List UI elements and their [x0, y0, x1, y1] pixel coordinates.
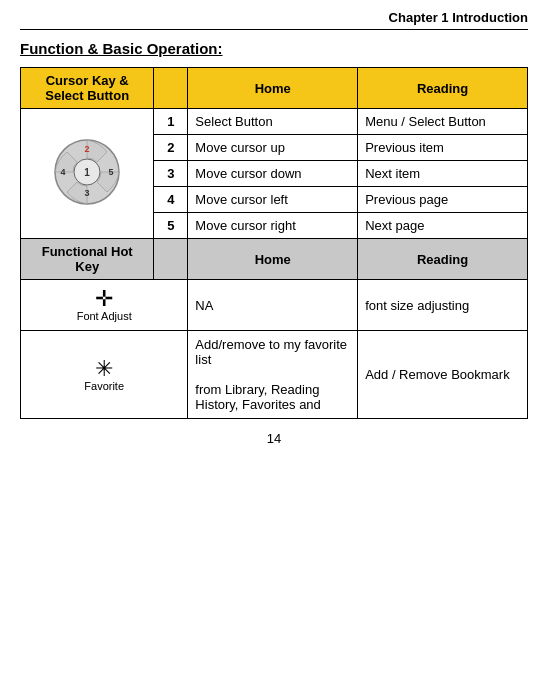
- favorite-icon: ✳: [26, 358, 182, 380]
- row1-reading: Menu / Select Button: [358, 109, 528, 135]
- row5-reading: Next page: [358, 213, 528, 239]
- header-col1: Cursor Kay & Select Button: [21, 68, 154, 109]
- svg-text:4: 4: [61, 167, 66, 177]
- font-adjust-icon: ✛: [26, 288, 182, 310]
- font-adjust-icon-cell: ✛ Font Adjust: [21, 280, 188, 331]
- row1-num: 1: [154, 109, 188, 135]
- row1-home: Select Button: [188, 109, 358, 135]
- row5-num: 5: [154, 213, 188, 239]
- section2-header-num: [154, 239, 188, 280]
- table-row: 2 3 4 5 1 1 Select Button Menu / Select …: [21, 109, 528, 135]
- section2-header-col3: Reading: [358, 239, 528, 280]
- svg-text:2: 2: [85, 144, 90, 154]
- favorite-icon-cell: ✳ Favorite: [21, 331, 188, 419]
- section2-header-col1: Functional Hot Key: [21, 239, 154, 280]
- svg-text:5: 5: [109, 167, 114, 177]
- row2-num: 2: [154, 135, 188, 161]
- svg-text:1: 1: [84, 167, 90, 178]
- svg-text:3: 3: [85, 188, 90, 198]
- row3-reading: Next item: [358, 161, 528, 187]
- font-adjust-home: NA: [188, 280, 358, 331]
- nav-circle-icon: 2 3 4 5 1: [53, 138, 121, 206]
- row2-home: Move cursor up: [188, 135, 358, 161]
- favorite-home: Add/remove to my favorite list from Libr…: [188, 331, 358, 419]
- row5-home: Move cursor right: [188, 213, 358, 239]
- chapter-title: Chapter 1 Introduction: [20, 10, 528, 30]
- section-title: Function & Basic Operation:: [20, 40, 528, 57]
- favorite-row: ✳ Favorite Add/remove to my favorite lis…: [21, 331, 528, 419]
- section2-header-row: Functional Hot Key Home Reading: [21, 239, 528, 280]
- row4-reading: Previous page: [358, 187, 528, 213]
- favorite-label: Favorite: [26, 380, 182, 392]
- row2-reading: Previous item: [358, 135, 528, 161]
- nav-circle-cell: 2 3 4 5 1: [21, 109, 154, 239]
- header-col3: Reading: [358, 68, 528, 109]
- font-adjust-label: Font Adjust: [26, 310, 182, 322]
- page-number: 14: [20, 431, 528, 446]
- favorite-reading: Add / Remove Bookmark: [358, 331, 528, 419]
- font-adjust-reading: font size adjusting: [358, 280, 528, 331]
- favorite-home-text: Add/remove to my favorite list: [195, 337, 347, 367]
- favorite-home-text2: from Library, Reading History, Favorites…: [195, 382, 320, 412]
- main-table: Cursor Kay & Select Button Home Reading: [20, 67, 528, 419]
- header-col2: Home: [188, 68, 358, 109]
- row3-home: Move cursor down: [188, 161, 358, 187]
- header-num: [154, 68, 188, 109]
- section2-header-col2: Home: [188, 239, 358, 280]
- row4-num: 4: [154, 187, 188, 213]
- row3-num: 3: [154, 161, 188, 187]
- font-adjust-row: ✛ Font Adjust NA font size adjusting: [21, 280, 528, 331]
- row4-home: Move cursor left: [188, 187, 358, 213]
